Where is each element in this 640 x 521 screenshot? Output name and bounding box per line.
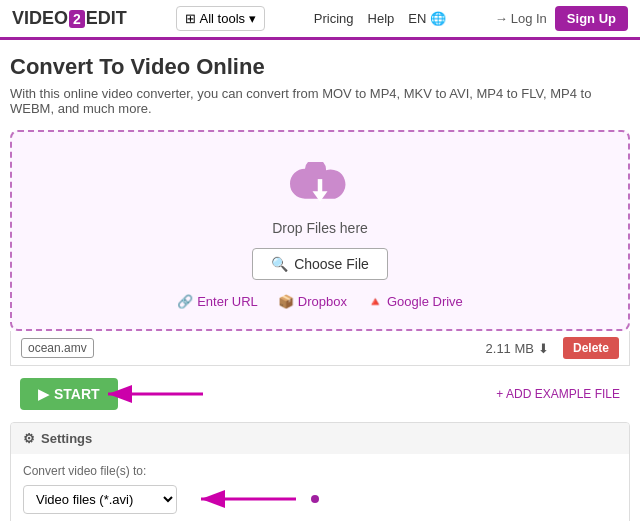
drop-zone[interactable]: Drop Files here 🔍 Choose File 🔗 Enter UR… xyxy=(10,130,630,331)
drive-icon: 🔺 xyxy=(367,294,383,309)
settings-body: Convert video file(s) to: Video files (*… xyxy=(11,454,629,521)
all-tools-label: All tools xyxy=(200,11,246,26)
dropbox-link[interactable]: 📦 Dropbox xyxy=(278,294,347,309)
start-label: START xyxy=(54,386,100,402)
link-icon: 🔗 xyxy=(177,294,193,309)
page-subtitle: With this online video converter, you ca… xyxy=(10,86,630,116)
all-tools-button[interactable]: ⊞ All tools ▾ xyxy=(176,6,266,31)
header-links: Pricing Help EN 🌐 xyxy=(314,11,446,26)
select-arrow-annotation xyxy=(191,484,301,514)
gear-icon: ⚙ xyxy=(23,431,35,446)
add-example-link[interactable]: + ADD EXAMPLE FILE xyxy=(496,387,620,401)
file-name: ocean.amv xyxy=(21,338,472,358)
header-nav: ⊞ All tools ▾ xyxy=(176,6,266,31)
chevron-down-icon: ▾ xyxy=(249,11,256,26)
start-row: ▶ START + ADD EXAMPLE FILE xyxy=(10,372,630,416)
grid-icon: ⊞ xyxy=(185,11,196,26)
convert-select-row: Video files (*.avi) Video files (*.mp4) … xyxy=(23,484,617,514)
file-row: ocean.amv 2.11 MB ⬇ Delete xyxy=(10,331,630,366)
dot-indicator xyxy=(311,495,319,503)
choose-file-label: Choose File xyxy=(294,256,369,272)
drop-links: 🔗 Enter URL 📦 Dropbox 🔺 Google Drive xyxy=(177,294,463,309)
login-button[interactable]: → Log In xyxy=(495,11,547,26)
svg-rect-1 xyxy=(318,179,323,193)
logo-edit-text: EDIT xyxy=(86,8,127,29)
convert-label-text: Convert video file(s) to: xyxy=(23,464,146,478)
logo-video-text: VIDEO xyxy=(12,8,68,29)
file-name-tag: ocean.amv xyxy=(21,338,94,358)
file-size-value: 2.11 MB xyxy=(486,341,534,356)
help-link[interactable]: Help xyxy=(368,11,395,26)
choose-file-button[interactable]: 🔍 Choose File xyxy=(252,248,388,280)
enter-url-link[interactable]: 🔗 Enter URL xyxy=(177,294,258,309)
login-label: Log In xyxy=(511,11,547,26)
upload-cloud-icon xyxy=(290,162,350,212)
drop-files-text: Drop Files here xyxy=(272,220,368,236)
header-actions: → Log In Sign Up xyxy=(495,6,628,31)
arrow-annotation xyxy=(98,376,208,412)
header: VIDEO2EDIT ⊞ All tools ▾ Pricing Help EN… xyxy=(0,0,640,40)
page-title: Convert To Video Online xyxy=(10,54,630,80)
login-icon: → xyxy=(495,11,508,26)
settings-header[interactable]: ⚙ Settings xyxy=(11,423,629,454)
site-logo: VIDEO2EDIT xyxy=(12,8,127,29)
language-selector[interactable]: EN 🌐 xyxy=(408,11,446,26)
play-icon: ▶ xyxy=(38,386,49,402)
globe-icon: 🌐 xyxy=(430,11,446,26)
google-drive-link[interactable]: 🔺 Google Drive xyxy=(367,294,463,309)
dropbox-icon: 📦 xyxy=(278,294,294,309)
signup-button[interactable]: Sign Up xyxy=(555,6,628,31)
format-select[interactable]: Video files (*.avi) Video files (*.mp4) … xyxy=(23,485,177,514)
settings-label: Settings xyxy=(41,431,92,446)
delete-button[interactable]: Delete xyxy=(563,337,619,359)
logo-2-badge: 2 xyxy=(69,10,85,28)
settings-panel: ⚙ Settings Convert video file(s) to: Vid… xyxy=(10,422,630,521)
pricing-link[interactable]: Pricing xyxy=(314,11,354,26)
lang-label: EN xyxy=(408,11,426,26)
file-size: 2.11 MB ⬇ xyxy=(486,341,549,356)
search-icon: 🔍 xyxy=(271,256,288,272)
page-content: Convert To Video Online With this online… xyxy=(0,40,640,521)
download-icon: ⬇ xyxy=(538,341,549,356)
convert-label: Convert video file(s) to: xyxy=(23,464,617,478)
